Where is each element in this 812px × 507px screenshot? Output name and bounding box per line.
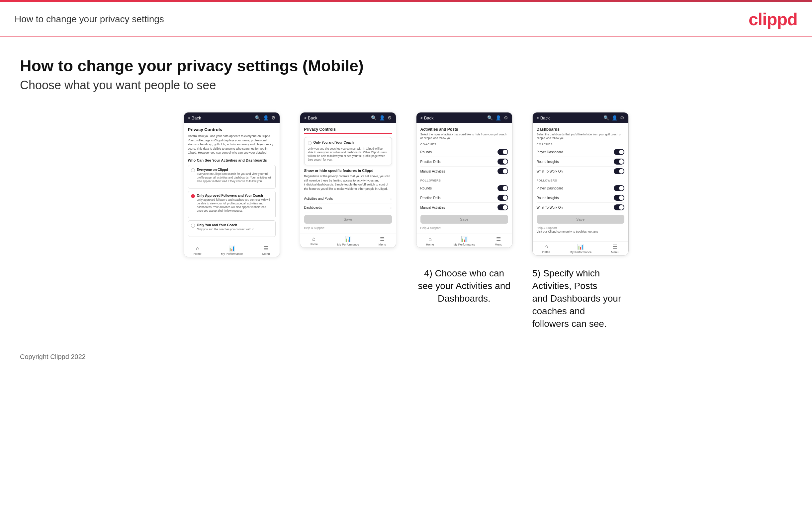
search-icon-2[interactable]: 🔍 bbox=[371, 115, 376, 120]
screen3-save-btn[interactable]: Save bbox=[420, 215, 508, 224]
screen2-icons: 🔍 👤 ⚙ bbox=[371, 115, 392, 120]
option-followers[interactable]: Only Approved Followers and Your Coach O… bbox=[188, 191, 276, 218]
settings-icon-3[interactable]: ⚙ bbox=[504, 115, 508, 120]
option1-desc: Everyone on Clippd can search for you an… bbox=[197, 172, 273, 183]
screen2-tab-bar: Privacy Controls bbox=[304, 127, 392, 134]
option-everyone[interactable]: Everyone on Clippd Everyone on Clippd ca… bbox=[188, 165, 276, 189]
followers-manual: Manual Activities bbox=[420, 203, 508, 212]
s4-menu-icon: ☰ bbox=[612, 243, 617, 250]
popup-card: Only You and Your Coach Only you and the… bbox=[304, 137, 392, 165]
coaches-player-dash-toggle[interactable] bbox=[614, 149, 624, 155]
footer-menu[interactable]: ☰ Menu bbox=[262, 245, 270, 256]
screen2-header: < Back 🔍 👤 ⚙ bbox=[300, 112, 396, 123]
s3-footer-performance-label: My Performance bbox=[453, 243, 475, 246]
footer-menu-label: Menu bbox=[262, 252, 270, 256]
screen2-tab-label[interactable]: Privacy Controls bbox=[304, 127, 336, 132]
s3-footer-performance[interactable]: 📊 My Performance bbox=[453, 236, 475, 246]
s4-footer-performance[interactable]: 📊 My Performance bbox=[569, 243, 592, 254]
caption4-line2: and Dashboards your coaches and bbox=[532, 293, 621, 316]
coaches-rounds-toggle[interactable] bbox=[498, 149, 508, 155]
radio-followers[interactable] bbox=[191, 194, 195, 198]
performance-icon: 📊 bbox=[229, 245, 235, 251]
s3-footer-home[interactable]: ⌂ Home bbox=[426, 236, 434, 246]
who-can-see-title: Who Can See Your Activities and Dashboar… bbox=[188, 158, 276, 162]
coaches-round-insights-toggle[interactable] bbox=[614, 159, 624, 165]
s4-home-icon: ⌂ bbox=[545, 243, 548, 249]
page-subtitle: Choose what you want people to see bbox=[20, 78, 792, 92]
footer-performance[interactable]: 📊 My Performance bbox=[221, 245, 243, 256]
help-support-4: Help & Support bbox=[537, 226, 624, 230]
search-icon[interactable]: 🔍 bbox=[255, 115, 260, 120]
coaches-player-dash-label: Player Dashboard bbox=[537, 150, 563, 154]
s3-footer-menu[interactable]: ☰ Menu bbox=[495, 236, 503, 246]
popup-text: Only you and the coaches you connect wit… bbox=[308, 147, 388, 162]
s4-footer-menu[interactable]: ☰ Menu bbox=[611, 243, 619, 254]
person-icon-3[interactable]: 👤 bbox=[496, 115, 501, 120]
settings-icon-2[interactable]: ⚙ bbox=[388, 115, 392, 120]
screen3-icons: 🔍 👤 ⚙ bbox=[487, 115, 508, 120]
coaches-work-on-toggle[interactable] bbox=[614, 168, 624, 174]
settings-icon-4[interactable]: ⚙ bbox=[620, 115, 624, 120]
radio-everyone[interactable] bbox=[191, 168, 195, 172]
followers-manual-toggle[interactable] bbox=[498, 205, 508, 210]
chevron-dashboards: › bbox=[391, 206, 392, 210]
followers-round-insights-toggle[interactable] bbox=[614, 195, 624, 201]
screen2-back-btn[interactable]: < Back bbox=[304, 115, 317, 120]
screen1-title: Privacy Controls bbox=[188, 127, 276, 132]
s4-footer-home-label: Home bbox=[542, 250, 550, 253]
person-icon-4[interactable]: 👤 bbox=[612, 115, 617, 120]
followers-round-insights-label: Round Insights bbox=[537, 196, 559, 200]
help-support-2: Help & Support bbox=[304, 226, 392, 230]
coaches-manual-toggle[interactable] bbox=[498, 168, 508, 174]
search-icon-3[interactable]: 🔍 bbox=[487, 115, 493, 120]
followers-work-on-toggle[interactable] bbox=[614, 205, 624, 210]
home-icon: ⌂ bbox=[196, 245, 199, 251]
followers-player-dash: Player Dashboard bbox=[537, 183, 624, 193]
person-icon[interactable]: 👤 bbox=[263, 115, 269, 120]
followers-drills: Practice Drills bbox=[420, 193, 508, 203]
s2-footer-performance[interactable]: 📊 My Performance bbox=[337, 236, 359, 246]
s3-footer-home-label: Home bbox=[426, 243, 434, 246]
footer-home[interactable]: ⌂ Home bbox=[194, 245, 202, 256]
screen4-back-btn[interactable]: < Back bbox=[537, 115, 550, 120]
screen2-mockup: < Back 🔍 👤 ⚙ Privacy Controls bbox=[300, 112, 396, 248]
followers-work-on-label: What To Work On bbox=[537, 206, 563, 209]
search-icon-4[interactable]: 🔍 bbox=[603, 115, 609, 120]
screen2-body: Privacy Controls Only You and Your Coach… bbox=[300, 123, 396, 234]
coaches-drills: Practice Drills bbox=[420, 157, 508, 167]
caption3: 4) Choose who can see your Activities an… bbox=[416, 267, 512, 304]
s2-footer-home[interactable]: ⌂ Home bbox=[310, 236, 318, 246]
option-coach-only[interactable]: Only You and Your Coach Only you and the… bbox=[188, 220, 276, 237]
popup-radio bbox=[308, 141, 312, 145]
followers-drills-toggle[interactable] bbox=[498, 195, 508, 201]
activities-posts-row[interactable]: Activities and Posts › bbox=[304, 194, 392, 204]
popup-title: Only You and Your Coach bbox=[313, 141, 354, 144]
caption4-wrapper: 5) Specify which Activities, Posts and D… bbox=[532, 257, 629, 330]
coaches-player-dash: Player Dashboard bbox=[537, 147, 624, 157]
s4-footer-home[interactable]: ⌂ Home bbox=[542, 243, 550, 253]
screen3-back-btn[interactable]: < Back bbox=[420, 115, 434, 120]
settings-icon[interactable]: ⚙ bbox=[271, 115, 276, 120]
screen3-mockup: < Back 🔍 👤 ⚙ Activities and Posts Select… bbox=[416, 112, 512, 248]
s2-footer-menu[interactable]: ☰ Menu bbox=[378, 236, 386, 246]
dashboards-label: Dashboards bbox=[304, 206, 322, 209]
screen1-back-btn[interactable]: < Back bbox=[188, 115, 201, 120]
visit-text: Visit our Clippd community to troublesho… bbox=[537, 230, 624, 234]
followers-rounds-toggle[interactable] bbox=[498, 185, 508, 191]
coaches-rounds-label: Rounds bbox=[420, 150, 432, 154]
s2-footer-performance-label: My Performance bbox=[337, 243, 359, 246]
coaches-drills-toggle[interactable] bbox=[498, 159, 508, 165]
followers-player-dash-label: Player Dashboard bbox=[537, 186, 563, 190]
dashboards-section-title: Dashboards bbox=[537, 127, 624, 132]
followers-round-insights: Round Insights bbox=[537, 193, 624, 203]
dashboards-row[interactable]: Dashboards › bbox=[304, 204, 392, 212]
radio-coach-only[interactable] bbox=[191, 224, 195, 228]
page-title: How to change your privacy settings (Mob… bbox=[20, 57, 792, 75]
screen2-save-btn[interactable]: Save bbox=[304, 215, 392, 224]
captions-row: 4) Choose who can see your Activities an… bbox=[20, 257, 792, 330]
screen4-save-btn[interactable]: Save bbox=[537, 215, 624, 224]
person-icon-2[interactable]: 👤 bbox=[379, 115, 385, 120]
caption4: 5) Specify which Activities, Posts and D… bbox=[532, 267, 629, 330]
followers-player-dash-toggle[interactable] bbox=[614, 185, 624, 191]
coaches-work-on-label: What To Work On bbox=[537, 170, 563, 173]
